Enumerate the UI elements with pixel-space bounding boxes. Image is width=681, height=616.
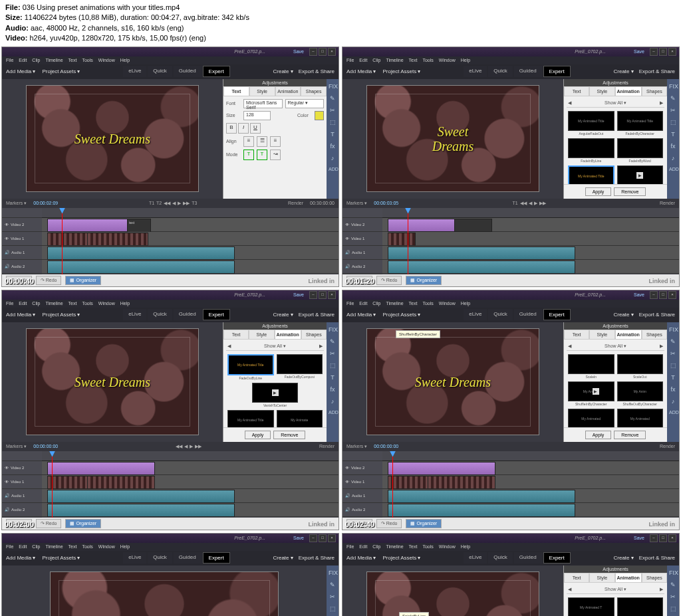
tab-elive[interactable]: eLive: [123, 66, 146, 77]
title-clip[interactable]: [47, 219, 128, 232]
italic-button[interactable]: I: [238, 123, 249, 134]
add-media-button[interactable]: Add Media ▾: [6, 68, 35, 74]
right-sidebar: FIX✎✂⬚Tfx♪ADD: [327, 79, 339, 199]
organizer-button[interactable]: ▦ Organizer: [65, 276, 101, 285]
audio-clip[interactable]: [47, 247, 235, 260]
file-info-header: File: 036 Using preset animations with y…: [0, 0, 681, 47]
panel-tab-style[interactable]: Style: [249, 86, 275, 96]
adjustments-panel: Adjustments TextStyleAnimationShapes Fon…: [223, 79, 327, 199]
maximize-icon[interactable]: □: [319, 48, 327, 56]
create-button[interactable]: Create ▾: [273, 68, 293, 74]
transitions-icon[interactable]: ⬚: [329, 119, 337, 127]
align-right-icon[interactable]: ≡: [270, 136, 281, 147]
align-center-icon[interactable]: ☰: [257, 136, 267, 147]
align-left-icon[interactable]: ≡: [243, 136, 254, 147]
edit-icon[interactable]: ✎: [329, 95, 337, 103]
linkedin-logo: Linked in: [308, 278, 335, 284]
font-input[interactable]: Microsoft Sans Serif: [243, 99, 283, 108]
preset-selected[interactable]: My Animated Title: [568, 165, 614, 184]
redo-button[interactable]: ↷ Redo: [36, 276, 62, 285]
bold-button[interactable]: B: [226, 123, 237, 134]
underline-button[interactable]: U: [250, 123, 261, 134]
video-clip[interactable]: [47, 233, 88, 246]
fx-icon[interactable]: fx: [329, 143, 337, 151]
tab-quick[interactable]: Quick: [148, 66, 172, 77]
color-swatch[interactable]: [315, 111, 324, 120]
title-text[interactable]: Sweet Dreams: [74, 132, 150, 146]
tab-guided[interactable]: Guided: [174, 66, 202, 77]
thumbnail-6: PreE_0702.p...Save–□× FileEditClipTimeli…: [342, 533, 680, 616]
mode-vert-icon[interactable]: T: [257, 150, 267, 160]
project-assets-button[interactable]: Project Assets ▾: [42, 68, 80, 74]
play-icon: ▶: [272, 389, 279, 396]
remove-button[interactable]: Remove: [614, 187, 646, 196]
preview-monitor: Sweet Dreams: [2, 79, 223, 199]
thumbnail-5: PreE_0702.p...Save–□× FileEditClipTimeli…: [1, 533, 339, 616]
menu-bar[interactable]: FileEditClipTimelineTextToolsWindowHelp: [2, 56, 339, 64]
weight-select[interactable]: Regular ▾: [285, 99, 325, 108]
app-bar: Add Media ▾Project Assets ▾ eLiveQuickGu…: [2, 64, 339, 79]
thumbnail-2: PreE_0702.p...Save–□× FileEditClipTimeli…: [342, 47, 680, 287]
fix-icon[interactable]: FIX: [329, 83, 337, 91]
add-icon[interactable]: ADD: [329, 167, 337, 175]
export-button[interactable]: Export & Share: [299, 68, 335, 74]
tools-icon[interactable]: ✂: [329, 107, 337, 115]
timeline[interactable]: 👁 Video 2👁 Video 1🔊 Audio 1🔊 Audio 2 tex…: [2, 208, 339, 274]
panel-tab-shapes[interactable]: Shapes: [301, 86, 327, 96]
panel-tab-text[interactable]: Text: [223, 86, 249, 96]
minimize-icon[interactable]: –: [309, 48, 317, 56]
thumbnail-3: PreE_0702.p...Save–□× FileEditClipTimeli…: [1, 290, 339, 530]
panel-tab-animation[interactable]: Animation: [275, 86, 301, 96]
timestamp: 00:00:40: [5, 277, 34, 285]
apply-button[interactable]: Apply: [585, 187, 612, 196]
mode-horiz-icon[interactable]: T: [243, 150, 254, 160]
mode-path-icon[interactable]: ↝: [270, 150, 281, 160]
tab-expert[interactable]: Expert: [203, 66, 230, 77]
play-icon[interactable]: ▶: [636, 172, 643, 179]
size-input[interactable]: 128: [243, 111, 271, 120]
close-icon[interactable]: ×: [328, 48, 336, 56]
titles-icon[interactable]: T: [329, 131, 337, 139]
thumbnail-1: PreE_0702.p...Save–□× FileEditClipTimeli…: [1, 47, 339, 287]
thumbnail-grid: PreE_0702.p...Save–□× FileEditClipTimeli…: [0, 47, 681, 616]
thumbnail-4: PreE_0702.p...Save–□× FileEditClipTimeli…: [342, 290, 680, 530]
music-icon[interactable]: ♪: [329, 155, 337, 163]
preset-item[interactable]: My Animated Title: [568, 111, 614, 131]
